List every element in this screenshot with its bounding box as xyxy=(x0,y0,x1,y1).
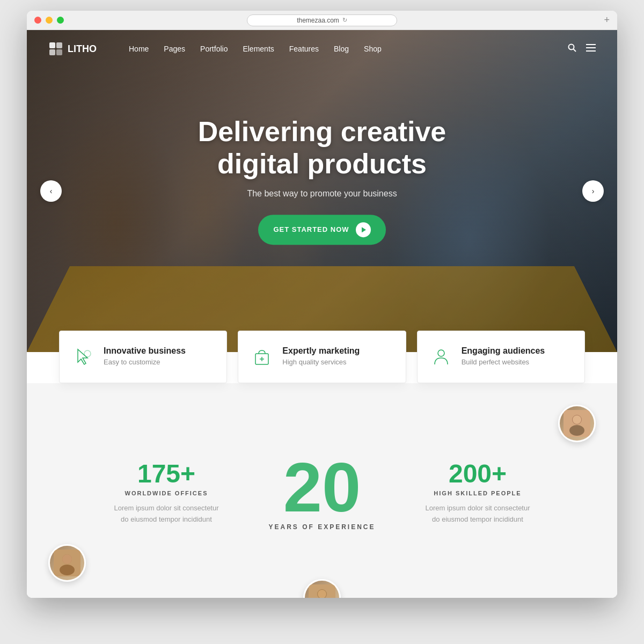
avatar-right xyxy=(558,405,596,442)
stat-offices: 175+ WORLDWIDE OFFICES Lorem ipsum dolor… xyxy=(97,461,236,525)
nav-features[interactable]: Features xyxy=(289,45,319,53)
stat-offices-number: 175+ xyxy=(97,461,236,487)
stats-section: 175+ WORLDWIDE OFFICES Lorem ipsum dolor… xyxy=(27,383,617,598)
avatar-left xyxy=(48,544,86,582)
svg-rect-18 xyxy=(54,550,80,576)
search-icon[interactable] xyxy=(568,43,576,54)
url-text: themezaa.com xyxy=(297,17,339,24)
svg-rect-1 xyxy=(56,42,62,48)
nav-home[interactable]: Home xyxy=(129,45,149,53)
feature-title-innovative: Innovative business xyxy=(104,346,186,356)
feature-desc-audiences: Build perfect websites xyxy=(462,358,545,366)
new-tab-button[interactable]: + xyxy=(604,14,610,26)
feature-desc-marketing: High quality services xyxy=(282,358,360,366)
svg-point-4 xyxy=(569,45,574,50)
maximize-button[interactable] xyxy=(57,17,64,24)
avatar-image-bottom xyxy=(305,581,339,598)
play-icon xyxy=(356,222,371,237)
cursor-icon xyxy=(72,346,94,368)
svg-rect-2 xyxy=(49,49,55,55)
nav-pages[interactable]: Pages xyxy=(164,45,185,53)
feature-card-innovative: Innovative business Easy to customize xyxy=(59,331,227,383)
feature-text-audiences: Engaging audiences Build perfect website… xyxy=(462,346,545,366)
stat-people: 200+ HIGH SKILLED PEOPLE Lorem ipsum dol… xyxy=(408,461,547,525)
menu-icon[interactable] xyxy=(586,44,596,54)
titlebar: themezaa.com ↻ + xyxy=(27,11,617,30)
avatar-image-left xyxy=(50,546,84,580)
logo-text: LITHO xyxy=(68,43,97,55)
hero-content: Delivering creative digital products The… xyxy=(161,116,483,245)
svg-rect-0 xyxy=(49,42,55,48)
avatar-bottom xyxy=(303,579,341,598)
logo-icon xyxy=(48,41,63,56)
feature-text-innovative: Innovative business Easy to customize xyxy=(104,346,186,366)
stat-experience-number: 20 xyxy=(236,456,408,519)
feature-title-marketing: Expertly marketing xyxy=(282,346,360,356)
person-icon xyxy=(430,346,452,368)
browser-window: themezaa.com ↻ + LITHO xyxy=(27,11,617,598)
hero-subtitle: The best way to promote your business xyxy=(161,189,483,199)
traffic-lights xyxy=(34,17,64,24)
feature-text-marketing: Expertly marketing High quality services xyxy=(282,346,360,366)
feature-title-audiences: Engaging audiences xyxy=(462,346,545,356)
avatar-image-right xyxy=(560,406,594,441)
cta-label: GET STARTED NOW xyxy=(273,225,349,233)
feature-cards: Innovative business Easy to customize Ex… xyxy=(27,331,617,383)
nav-portfolio[interactable]: Portfolio xyxy=(200,45,228,53)
minimize-button[interactable] xyxy=(46,17,53,24)
bag-icon xyxy=(251,346,273,368)
svg-point-9 xyxy=(84,350,91,357)
svg-point-13 xyxy=(438,350,444,356)
stat-offices-label: WORLDWIDE OFFICES xyxy=(97,490,236,496)
website-content: LITHO Home Pages Portfolio Elements Feat… xyxy=(27,30,617,598)
close-button[interactable] xyxy=(34,17,41,24)
url-bar[interactable]: themezaa.com ↻ xyxy=(247,14,397,26)
left-arrow-icon: ‹ xyxy=(50,187,53,195)
nav-links: Home Pages Portfolio Elements Features B… xyxy=(129,44,382,54)
logo[interactable]: LITHO xyxy=(48,41,97,56)
feature-card-audiences: Engaging audiences Build perfect website… xyxy=(417,331,585,383)
stat-experience: 20 YEARS OF EXPERIENCE xyxy=(236,456,408,531)
feature-desc-innovative: Easy to customize xyxy=(104,358,186,366)
stat-people-label: HIGH SKILLED PEOPLE xyxy=(408,490,547,496)
nav-right xyxy=(568,43,596,54)
hero-section: LITHO Home Pages Portfolio Elements Feat… xyxy=(27,30,617,352)
nav-shop[interactable]: Shop xyxy=(364,45,382,53)
prev-slide-button[interactable]: ‹ xyxy=(40,180,62,202)
svg-rect-3 xyxy=(56,49,62,55)
navigation: LITHO Home Pages Portfolio Elements Feat… xyxy=(27,30,617,68)
nav-blog[interactable]: Blog xyxy=(334,45,349,53)
feature-card-marketing: Expertly marketing High quality services xyxy=(238,331,406,383)
svg-point-21 xyxy=(569,425,584,436)
svg-line-5 xyxy=(574,49,576,52)
nav-elements[interactable]: Elements xyxy=(243,45,274,53)
hero-title: Delivering creative digital products xyxy=(161,116,483,180)
next-slide-button[interactable]: › xyxy=(582,180,604,202)
stat-people-desc: Lorem ipsum dolor sit consecteturdo eius… xyxy=(408,503,547,525)
stat-people-number: 200+ xyxy=(408,461,547,487)
cta-button[interactable]: GET STARTED NOW xyxy=(258,215,385,245)
right-arrow-icon: › xyxy=(592,187,595,195)
titlebar-right: + xyxy=(604,14,610,26)
stat-offices-desc: Lorem ipsum dolor sit consecteturdo eius… xyxy=(97,503,236,525)
svg-point-22 xyxy=(573,415,581,424)
reload-icon[interactable]: ↻ xyxy=(342,17,347,24)
